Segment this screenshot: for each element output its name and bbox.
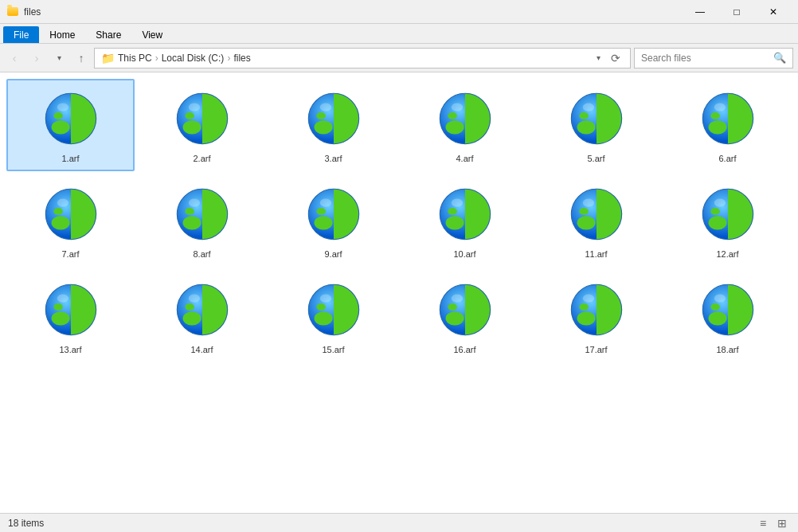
svg-point-99 — [579, 303, 589, 311]
svg-point-56 — [445, 216, 464, 229]
file-name: 9.arf — [324, 249, 342, 259]
minimize-button[interactable]: — — [682, 0, 718, 24]
svg-point-62 — [577, 216, 595, 229]
file-area: 1.arf 2.arf — [0, 72, 798, 513]
svg-point-44 — [182, 216, 201, 229]
file-grid: 1.arf 2.arf — [6, 79, 792, 362]
svg-point-75 — [53, 303, 63, 311]
file-item[interactable]: 5.arf — [532, 79, 660, 171]
svg-point-38 — [51, 216, 69, 229]
svg-point-50 — [314, 216, 332, 229]
forward-button[interactable]: › — [27, 49, 46, 68]
svg-point-3 — [53, 112, 63, 119]
file-icon — [170, 182, 234, 246]
status-bar: 18 items ≡ ⊞ — [0, 513, 798, 532]
svg-point-45 — [185, 208, 194, 215]
svg-point-26 — [577, 120, 595, 134]
svg-point-51 — [316, 208, 326, 215]
breadcrumb-localdisk[interactable]: Local Disk (C:) — [162, 53, 225, 64]
file-name: 3.arf — [324, 154, 342, 163]
file-item[interactable]: 16.arf — [401, 270, 529, 362]
svg-point-69 — [710, 208, 720, 215]
file-icon — [170, 278, 234, 342]
back-button[interactable]: ‹ — [5, 49, 24, 68]
svg-point-10 — [188, 104, 199, 111]
file-item[interactable]: 11.arf — [532, 174, 660, 267]
address-bar[interactable]: 📁 This PC › Local Disk (C:) › files ▾ ⟳ — [94, 48, 631, 68]
file-name: 14.arf — [190, 345, 213, 354]
address-bar-controls: ▾ ⟳ — [592, 50, 624, 66]
svg-point-9 — [185, 112, 194, 119]
breadcrumb-files[interactable]: files — [233, 53, 250, 64]
svg-point-2 — [51, 120, 69, 134]
file-item[interactable]: 4.arf — [401, 79, 529, 171]
svg-point-52 — [319, 199, 331, 207]
file-name: 18.arf — [716, 345, 738, 354]
file-icon — [433, 87, 497, 151]
svg-point-21 — [448, 112, 457, 119]
file-name: 5.arf — [587, 154, 604, 163]
svg-point-68 — [708, 216, 726, 229]
file-item[interactable]: 14.arf — [138, 270, 266, 362]
list-view-button[interactable]: ≡ — [755, 515, 771, 531]
svg-point-64 — [582, 199, 593, 207]
svg-point-104 — [708, 311, 726, 325]
file-item[interactable]: 2.arf — [138, 79, 266, 171]
file-icon — [302, 87, 366, 151]
svg-point-28 — [582, 104, 593, 111]
svg-point-4 — [57, 104, 68, 111]
file-item[interactable]: 3.arf — [269, 79, 397, 171]
app-icon — [6, 6, 19, 18]
item-count: 18 items — [8, 518, 44, 529]
tab-file[interactable]: File — [3, 26, 39, 43]
search-input[interactable] — [641, 53, 770, 64]
file-item[interactable]: 17.arf — [532, 270, 660, 362]
maximize-button[interactable]: □ — [718, 0, 755, 24]
file-name: 8.arf — [193, 249, 210, 259]
file-name: 6.arf — [718, 154, 736, 163]
title-bar: files — □ ✕ — [0, 0, 798, 24]
tab-home[interactable]: Home — [39, 26, 85, 43]
recent-locations-button[interactable]: ▾ — [49, 49, 68, 68]
file-item[interactable]: 1.arf — [6, 79, 135, 171]
nav-bar: ‹ › ▾ ↑ 📁 This PC › Local Disk (C:) › fi… — [0, 44, 798, 72]
svg-point-76 — [57, 295, 68, 303]
file-icon — [433, 182, 497, 246]
breadcrumb-thispc[interactable]: This PC — [118, 53, 152, 64]
file-item[interactable]: 13.arf — [6, 270, 135, 362]
svg-point-34 — [714, 104, 725, 111]
file-item[interactable]: 7.arf — [6, 174, 135, 267]
file-name: 16.arf — [453, 345, 475, 354]
file-item[interactable]: 9.arf — [269, 174, 397, 267]
ribbon: File Home Share View — [0, 24, 798, 44]
tab-view[interactable]: View — [131, 26, 173, 43]
refresh-button[interactable]: ⟳ — [608, 50, 624, 66]
file-icon — [433, 278, 497, 342]
breadcrumb: 📁 This PC › Local Disk (C:) › files — [101, 52, 251, 65]
svg-point-100 — [582, 295, 593, 303]
grid-view-button[interactable]: ⊞ — [774, 515, 790, 531]
svg-point-92 — [445, 311, 464, 325]
address-dropdown-button[interactable]: ▾ — [592, 52, 604, 65]
search-box[interactable]: 🔍 — [634, 48, 793, 68]
file-item[interactable]: 8.arf — [138, 174, 266, 267]
close-button[interactable]: ✕ — [755, 0, 792, 24]
tab-share[interactable]: Share — [85, 26, 131, 43]
svg-point-20 — [445, 120, 464, 134]
file-icon — [39, 87, 103, 151]
svg-point-74 — [51, 311, 69, 325]
file-name: 13.arf — [59, 345, 81, 354]
file-name: 10.arf — [453, 249, 475, 259]
up-button[interactable]: ↑ — [72, 49, 91, 68]
file-item[interactable]: 6.arf — [663, 79, 792, 171]
file-icon — [302, 182, 366, 246]
svg-point-33 — [710, 112, 720, 119]
svg-point-14 — [314, 120, 332, 134]
file-item[interactable]: 12.arf — [663, 174, 792, 267]
svg-point-16 — [319, 104, 331, 111]
file-item[interactable]: 18.arf — [663, 270, 792, 362]
file-icon — [39, 278, 103, 342]
file-item[interactable]: 15.arf — [269, 270, 397, 362]
file-item[interactable]: 10.arf — [401, 174, 529, 267]
breadcrumb-folder-icon: 📁 — [101, 52, 115, 65]
